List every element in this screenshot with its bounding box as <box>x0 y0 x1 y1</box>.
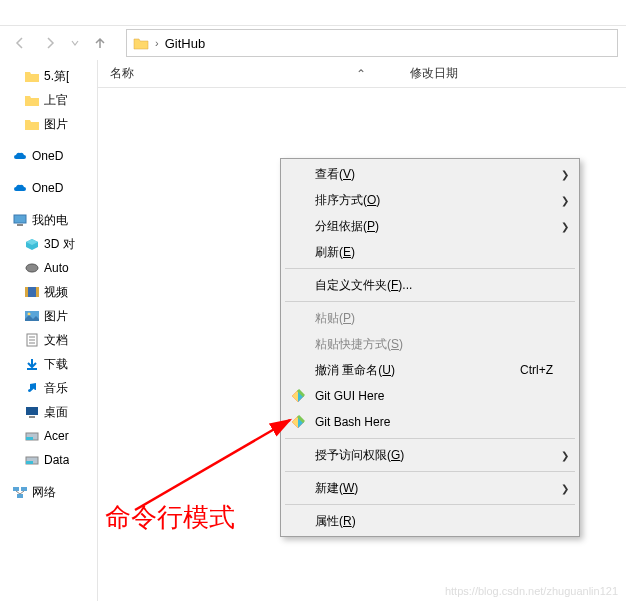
sidebar-folder[interactable]: 上官 <box>0 88 97 112</box>
svg-point-2 <box>26 264 38 272</box>
network-icon <box>12 485 28 499</box>
chevron-right-icon: › <box>155 37 159 49</box>
svg-line-22 <box>16 491 20 494</box>
svg-rect-0 <box>14 215 26 223</box>
menu-separator <box>285 268 575 269</box>
disk-icon <box>24 429 40 443</box>
svg-rect-18 <box>26 461 33 464</box>
menu-refresh[interactable]: 刷新(E) <box>283 239 577 265</box>
column-name[interactable]: 名称 ⌃ <box>98 60 398 87</box>
svg-rect-5 <box>36 287 39 297</box>
context-menu: 查看(V)❯ 排序方式(O)❯ 分组依据(P)❯ 刷新(E) 自定义文件夹(F)… <box>280 158 580 537</box>
downloads-icon <box>24 357 40 371</box>
recent-dropdown[interactable] <box>68 31 82 55</box>
documents-icon <box>24 333 40 347</box>
forward-button[interactable] <box>38 31 62 55</box>
menu-paste-shortcut: 粘贴快捷方式(S) <box>283 331 577 357</box>
menu-group[interactable]: 分组依据(P)❯ <box>283 213 577 239</box>
menu-separator <box>285 438 575 439</box>
cube-icon <box>24 237 40 251</box>
sidebar-pictures[interactable]: 图片 <box>0 304 97 328</box>
window-tabs <box>0 0 626 26</box>
breadcrumb-current[interactable]: GitHub <box>165 36 205 51</box>
sidebar-this-pc[interactable]: 我的电 <box>0 208 97 232</box>
folder-icon <box>24 93 40 107</box>
menu-grant-access[interactable]: 授予访问权限(G)❯ <box>283 442 577 468</box>
sort-indicator-icon: ⌃ <box>356 67 366 81</box>
git-icon <box>291 389 305 403</box>
autodesk-icon <box>24 261 40 275</box>
chevron-right-icon: ❯ <box>561 169 569 180</box>
svg-rect-20 <box>21 487 27 491</box>
pictures-icon <box>24 309 40 323</box>
up-button[interactable] <box>88 31 112 55</box>
sidebar-desktop[interactable]: 桌面 <box>0 400 97 424</box>
menu-separator <box>285 301 575 302</box>
svg-rect-19 <box>13 487 19 491</box>
sidebar-documents[interactable]: 文档 <box>0 328 97 352</box>
menu-properties[interactable]: 属性(R) <box>283 508 577 534</box>
disk-icon <box>24 453 40 467</box>
sidebar-onedrive[interactable]: OneD <box>0 176 97 200</box>
sidebar-music[interactable]: 音乐 <box>0 376 97 400</box>
chevron-right-icon: ❯ <box>561 195 569 206</box>
sidebar-autodesk[interactable]: Auto <box>0 256 97 280</box>
menu-separator <box>285 471 575 472</box>
back-button[interactable] <box>8 31 32 55</box>
menu-undo[interactable]: 撤消 重命名(U)Ctrl+Z <box>283 357 577 383</box>
svg-rect-1 <box>17 224 23 226</box>
sidebar-videos[interactable]: 视频 <box>0 280 97 304</box>
sidebar-onedrive[interactable]: OneD <box>0 144 97 168</box>
onedrive-icon <box>12 181 28 195</box>
svg-rect-4 <box>25 287 28 297</box>
chevron-right-icon: ❯ <box>561 450 569 461</box>
folder-icon <box>24 117 40 131</box>
address-bar[interactable]: › GitHub <box>126 29 618 57</box>
svg-rect-13 <box>26 407 38 415</box>
desktop-icon <box>24 405 40 419</box>
svg-rect-16 <box>26 437 33 440</box>
folder-icon <box>133 36 149 50</box>
sidebar-network[interactable]: 网络 <box>0 480 97 504</box>
git-icon <box>291 415 305 429</box>
pc-icon <box>12 213 28 227</box>
folder-icon <box>24 69 40 83</box>
menu-new[interactable]: 新建(W)❯ <box>283 475 577 501</box>
shortcut-label: Ctrl+Z <box>520 363 553 377</box>
video-icon <box>24 285 40 299</box>
svg-rect-21 <box>17 494 23 498</box>
column-modified[interactable]: 修改日期 <box>398 60 470 87</box>
menu-view[interactable]: 查看(V)❯ <box>283 161 577 187</box>
sidebar-disk[interactable]: Data <box>0 448 97 472</box>
sidebar-folder[interactable]: 5.第[ <box>0 64 97 88</box>
chevron-right-icon: ❯ <box>561 483 569 494</box>
column-headers: 名称 ⌃ 修改日期 <box>98 60 626 88</box>
menu-separator <box>285 504 575 505</box>
svg-rect-14 <box>29 416 35 418</box>
onedrive-icon <box>12 149 28 163</box>
menu-sort[interactable]: 排序方式(O)❯ <box>283 187 577 213</box>
sidebar-folder[interactable]: 图片 <box>0 112 97 136</box>
sidebar: 5.第[ 上官 图片 OneD OneD 我的电 3D 对 <box>0 60 98 601</box>
menu-git-bash[interactable]: Git Bash Here <box>283 409 577 435</box>
sidebar-3d[interactable]: 3D 对 <box>0 232 97 256</box>
music-icon <box>24 381 40 395</box>
svg-line-23 <box>20 491 24 494</box>
menu-git-gui[interactable]: Git GUI Here <box>283 383 577 409</box>
sidebar-disk[interactable]: Acer <box>0 424 97 448</box>
chevron-right-icon: ❯ <box>561 221 569 232</box>
nav-bar: › GitHub <box>0 26 626 60</box>
sidebar-downloads[interactable]: 下载 <box>0 352 97 376</box>
menu-paste: 粘贴(P) <box>283 305 577 331</box>
menu-customize[interactable]: 自定义文件夹(F)... <box>283 272 577 298</box>
